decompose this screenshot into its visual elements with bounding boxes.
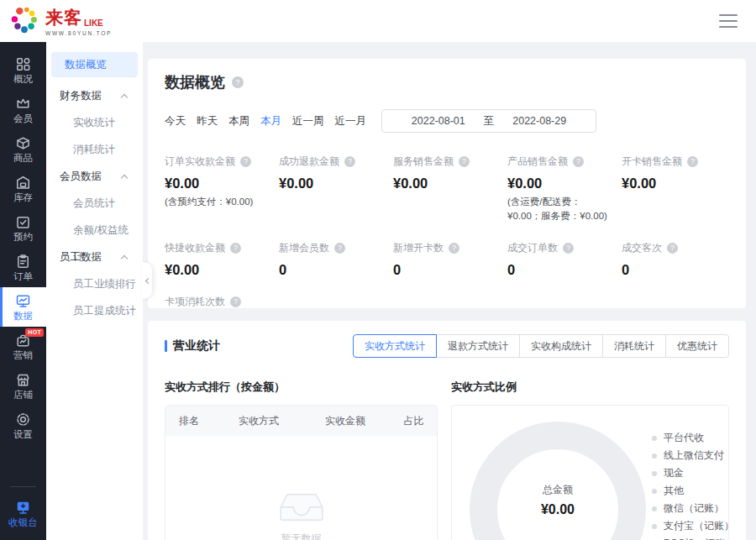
order-clipboard-icon [15,254,31,270]
column-header-2: 实收金额 [300,414,391,428]
tab-consumption[interactable]: 消耗统计 [602,334,666,358]
help-icon[interactable] [230,296,241,307]
tab-revenue-composition[interactable]: 实收构成统计 [519,334,603,358]
stat-deal-orders: 成交订单数0 [507,241,615,278]
sidebar-item-members[interactable]: 会员 [0,90,46,129]
sidebar-item-inventory[interactable]: 库存 [0,169,46,208]
filter-today[interactable]: 今天 [165,114,186,128]
stat-value: ¥0.00 [165,262,272,278]
sidebar-collapse-handle[interactable] [142,262,152,299]
member-crown-icon [15,96,31,112]
stats-grid: 订单实收款金额¥0.00(含预约支付：¥0.00)成功退款金额¥0.00服务销售… [165,155,729,308]
secondary-sidebar: 数据概览财务数据实收统计消耗统计会员数据会员统计余额/权益统计员工数据员工业绩排… [46,42,143,540]
filter-last-week[interactable]: 近一周 [292,114,324,128]
submenu-item-consumption-stats[interactable]: 消耗统计 [51,136,138,163]
ranking-table: 排名实收方式实收金额占比 暂无数据 [165,405,438,540]
sidebar-item-marketing[interactable]: 营销HOT [0,327,46,366]
sidebar-divider [10,486,36,487]
proportion-title: 实收方式比例 [451,380,729,395]
stat-value: ¥0.00 [507,176,615,191]
settings-gear-icon [15,412,31,427]
help-icon[interactable] [232,76,244,88]
sidebar-item-shop[interactable]: 店铺 [0,366,46,406]
stat-service-sales: 服务销售金额¥0.00 [393,155,501,224]
filter-last-month[interactable]: 近一月 [335,114,367,128]
hot-badge: HOT [25,328,44,337]
help-icon[interactable] [334,243,345,254]
legend-item-5[interactable]: 支付宝（记账） [652,517,729,535]
stat-product-sales: 产品销售金额¥0.00(含运费/配送费：¥0.00；服务费：¥0.00) [507,155,615,224]
submenu-item-staff-ranking[interactable]: 员工业绩排行 [51,270,138,297]
sidebar-item-overview[interactable]: 概况 [0,50,46,90]
tab-refund-method[interactable]: 退款方式统计 [436,334,520,358]
submenu-item-balance-stats[interactable]: 余额/权益统计 [51,217,138,244]
submenu-item-staff-commission[interactable]: 员工提成统计 [51,297,138,324]
submenu-item-member-group[interactable]: 会员数据 [51,163,138,190]
brand-domain: WWW.80YUN.TOP [45,30,112,36]
empty-text: 暂无数据 [281,532,322,540]
help-icon[interactable] [563,243,574,254]
overview-panel: 数据概览 今天昨天本周本月近一周近一月 2022-08-01 至 2022-08… [148,59,746,308]
submenu-item-finance-group[interactable]: 财务数据 [51,82,138,109]
inventory-icon [15,175,31,191]
start-date[interactable]: 2022-08-01 [412,115,465,127]
chart-legend: 平台代收线上微信支付现金其他微信（记账）支付宝（记账）POS机（记账）团购（记账… [652,429,729,540]
page-title: 数据概览 [165,72,225,92]
sidebar-item-booking[interactable]: 预约 [0,208,46,248]
shop-store-icon [15,372,31,388]
column-header-0: 排名 [165,414,218,428]
sidebar-item-data[interactable]: 数据 [0,287,46,327]
brand-suffix: LIKE [84,18,103,28]
help-icon[interactable] [449,243,459,254]
sidebar-item-goods[interactable]: 商品 [0,129,46,169]
chevron-up-icon [121,254,128,261]
help-icon[interactable] [459,156,470,167]
primary-sidebar-items: 概况会员商品库存预约订单数据营销HOT店铺设置 [0,50,46,445]
legend-item-3[interactable]: 其他 [652,482,729,500]
legend-item-4[interactable]: 微信（记账） [652,500,729,517]
sidebar-item-orders[interactable]: 订单 [0,248,46,287]
sidebar-item-cashier[interactable]: 收银台 [0,494,46,533]
legend-item-6[interactable]: POS机（记账） [652,535,729,540]
legend-item-2[interactable]: 现金 [652,464,729,482]
legend-dot-icon [652,453,657,459]
primary-sidebar-bottom: 收银台 [0,483,46,540]
help-icon[interactable] [573,156,584,167]
legend-dot-icon [652,506,657,511]
date-range-picker[interactable]: 2022-08-01 至 2022-08-29 [381,109,596,133]
submenu-item-revenue-stats[interactable]: 实收统计 [51,109,138,136]
stat-value: 0 [279,262,386,278]
end-date[interactable]: 2022-08-29 [512,115,566,127]
topbar: 来客 LIKE WWW.80YUN.TOP [0,0,756,42]
help-icon[interactable] [687,156,698,167]
filter-this-month[interactable]: 本月 [260,114,281,128]
submenu-item-member-stats[interactable]: 会员统计 [51,190,138,217]
filter-yesterday[interactable]: 昨天 [197,114,218,128]
help-icon[interactable] [667,243,678,254]
donut-chart [470,422,646,540]
help-icon[interactable] [230,243,241,254]
stat-quick-payment: 快捷收款金额¥0.00 [165,241,272,278]
help-icon[interactable] [344,156,355,167]
donut-center-label: 总金额 ¥0.00 [507,483,608,517]
ranking-table-body: 暂无数据 [165,436,437,540]
legend-item-1[interactable]: 线上微信支付 [652,447,729,464]
legend-item-0[interactable]: 平台代收 [652,429,729,447]
submenu-item-staff-group[interactable]: 员工数据 [51,244,138,270]
stat-note: (含运费/配送费：¥0.00；服务费：¥0.00) [507,195,615,224]
column-header-1: 实收方式 [218,414,300,428]
chevron-left-icon [144,277,150,283]
tab-payment-method[interactable]: 实收方式统计 [353,334,437,358]
stat-value: 0 [622,262,729,278]
ranking-title: 实收方式排行（按金额） [165,380,438,395]
menu-toggle-icon[interactable] [719,14,738,28]
app-logo: 来客 LIKE WWW.80YUN.TOP [8,5,112,37]
help-icon[interactable] [240,156,251,167]
submenu-item-data-overview[interactable]: 数据概览 [51,52,138,77]
cashier-icon [15,500,31,516]
sidebar-item-settings[interactable]: 设置 [0,406,46,445]
tab-discount[interactable]: 优惠统计 [665,334,729,358]
section-title-bar [165,340,167,352]
filter-this-week[interactable]: 本周 [228,114,249,128]
stat-value: 0 [393,262,501,278]
